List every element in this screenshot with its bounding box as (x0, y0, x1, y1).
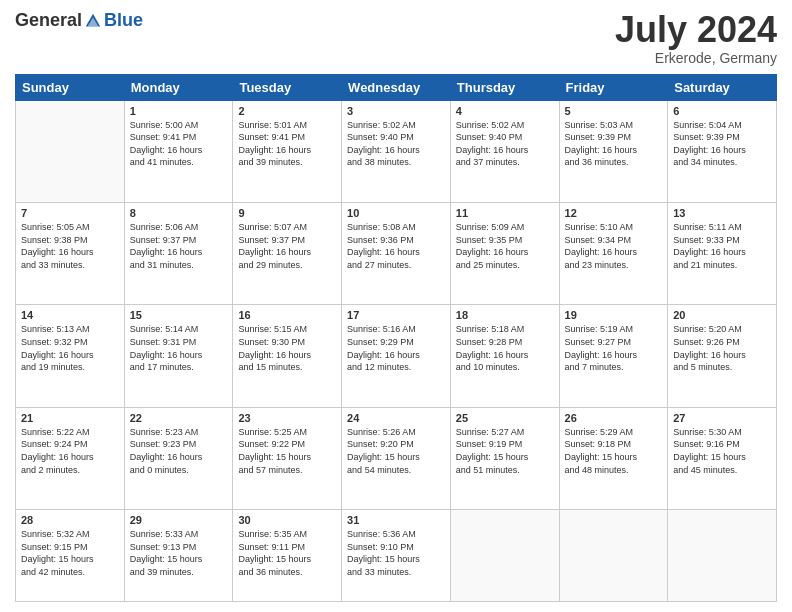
day-info: Sunrise: 5:29 AM Sunset: 9:18 PM Dayligh… (565, 426, 663, 476)
day-info: Sunrise: 5:18 AM Sunset: 9:28 PM Dayligh… (456, 323, 554, 373)
col-sunday: Sunday (16, 74, 125, 100)
day-cell: 12Sunrise: 5:10 AM Sunset: 9:34 PM Dayli… (559, 203, 668, 305)
day-cell: 20Sunrise: 5:20 AM Sunset: 9:26 PM Dayli… (668, 305, 777, 407)
day-number: 6 (673, 105, 771, 117)
day-info: Sunrise: 5:02 AM Sunset: 9:40 PM Dayligh… (456, 119, 554, 169)
day-info: Sunrise: 5:03 AM Sunset: 9:39 PM Dayligh… (565, 119, 663, 169)
day-cell: 2Sunrise: 5:01 AM Sunset: 9:41 PM Daylig… (233, 100, 342, 202)
day-number: 17 (347, 309, 445, 321)
day-cell: 11Sunrise: 5:09 AM Sunset: 9:35 PM Dayli… (450, 203, 559, 305)
day-number: 14 (21, 309, 119, 321)
day-cell: 24Sunrise: 5:26 AM Sunset: 9:20 PM Dayli… (342, 407, 451, 509)
logo: General Blue (15, 10, 143, 31)
day-info: Sunrise: 5:22 AM Sunset: 9:24 PM Dayligh… (21, 426, 119, 476)
day-number: 1 (130, 105, 228, 117)
day-info: Sunrise: 5:15 AM Sunset: 9:30 PM Dayligh… (238, 323, 336, 373)
logo-icon (84, 12, 102, 30)
day-info: Sunrise: 5:02 AM Sunset: 9:40 PM Dayligh… (347, 119, 445, 169)
page: General Blue July 2024 Erkerode, Germany… (0, 0, 792, 612)
day-cell: 23Sunrise: 5:25 AM Sunset: 9:22 PM Dayli… (233, 407, 342, 509)
day-number: 24 (347, 412, 445, 424)
col-monday: Monday (124, 74, 233, 100)
day-info: Sunrise: 5:07 AM Sunset: 9:37 PM Dayligh… (238, 221, 336, 271)
day-cell: 9Sunrise: 5:07 AM Sunset: 9:37 PM Daylig… (233, 203, 342, 305)
day-cell: 1Sunrise: 5:00 AM Sunset: 9:41 PM Daylig… (124, 100, 233, 202)
day-number: 21 (21, 412, 119, 424)
day-info: Sunrise: 5:30 AM Sunset: 9:16 PM Dayligh… (673, 426, 771, 476)
day-cell: 16Sunrise: 5:15 AM Sunset: 9:30 PM Dayli… (233, 305, 342, 407)
day-number: 20 (673, 309, 771, 321)
day-number: 19 (565, 309, 663, 321)
day-cell (450, 510, 559, 602)
day-cell: 28Sunrise: 5:32 AM Sunset: 9:15 PM Dayli… (16, 510, 125, 602)
day-info: Sunrise: 5:05 AM Sunset: 9:38 PM Dayligh… (21, 221, 119, 271)
day-cell: 6Sunrise: 5:04 AM Sunset: 9:39 PM Daylig… (668, 100, 777, 202)
day-number: 27 (673, 412, 771, 424)
day-info: Sunrise: 5:06 AM Sunset: 9:37 PM Dayligh… (130, 221, 228, 271)
day-info: Sunrise: 5:01 AM Sunset: 9:41 PM Dayligh… (238, 119, 336, 169)
col-saturday: Saturday (668, 74, 777, 100)
day-cell (16, 100, 125, 202)
day-cell: 19Sunrise: 5:19 AM Sunset: 9:27 PM Dayli… (559, 305, 668, 407)
day-info: Sunrise: 5:14 AM Sunset: 9:31 PM Dayligh… (130, 323, 228, 373)
subtitle: Erkerode, Germany (615, 50, 777, 66)
day-info: Sunrise: 5:13 AM Sunset: 9:32 PM Dayligh… (21, 323, 119, 373)
day-info: Sunrise: 5:20 AM Sunset: 9:26 PM Dayligh… (673, 323, 771, 373)
day-number: 8 (130, 207, 228, 219)
month-title: July 2024 (615, 10, 777, 50)
day-info: Sunrise: 5:08 AM Sunset: 9:36 PM Dayligh… (347, 221, 445, 271)
day-info: Sunrise: 5:32 AM Sunset: 9:15 PM Dayligh… (21, 528, 119, 578)
day-number: 28 (21, 514, 119, 526)
day-number: 9 (238, 207, 336, 219)
day-info: Sunrise: 5:23 AM Sunset: 9:23 PM Dayligh… (130, 426, 228, 476)
col-thursday: Thursday (450, 74, 559, 100)
day-info: Sunrise: 5:27 AM Sunset: 9:19 PM Dayligh… (456, 426, 554, 476)
day-number: 3 (347, 105, 445, 117)
day-cell: 18Sunrise: 5:18 AM Sunset: 9:28 PM Dayli… (450, 305, 559, 407)
day-cell: 3Sunrise: 5:02 AM Sunset: 9:40 PM Daylig… (342, 100, 451, 202)
logo-blue: Blue (104, 10, 143, 31)
day-cell: 25Sunrise: 5:27 AM Sunset: 9:19 PM Dayli… (450, 407, 559, 509)
week-row-0: 1Sunrise: 5:00 AM Sunset: 9:41 PM Daylig… (16, 100, 777, 202)
day-number: 18 (456, 309, 554, 321)
day-info: Sunrise: 5:00 AM Sunset: 9:41 PM Dayligh… (130, 119, 228, 169)
day-cell: 10Sunrise: 5:08 AM Sunset: 9:36 PM Dayli… (342, 203, 451, 305)
day-info: Sunrise: 5:09 AM Sunset: 9:35 PM Dayligh… (456, 221, 554, 271)
day-number: 31 (347, 514, 445, 526)
day-cell: 30Sunrise: 5:35 AM Sunset: 9:11 PM Dayli… (233, 510, 342, 602)
col-tuesday: Tuesday (233, 74, 342, 100)
title-area: July 2024 Erkerode, Germany (615, 10, 777, 66)
day-info: Sunrise: 5:04 AM Sunset: 9:39 PM Dayligh… (673, 119, 771, 169)
day-number: 12 (565, 207, 663, 219)
logo-general: General (15, 10, 82, 31)
day-info: Sunrise: 5:19 AM Sunset: 9:27 PM Dayligh… (565, 323, 663, 373)
day-number: 13 (673, 207, 771, 219)
day-cell: 13Sunrise: 5:11 AM Sunset: 9:33 PM Dayli… (668, 203, 777, 305)
day-info: Sunrise: 5:36 AM Sunset: 9:10 PM Dayligh… (347, 528, 445, 578)
day-number: 15 (130, 309, 228, 321)
day-number: 10 (347, 207, 445, 219)
day-info: Sunrise: 5:33 AM Sunset: 9:13 PM Dayligh… (130, 528, 228, 578)
day-number: 25 (456, 412, 554, 424)
day-cell: 14Sunrise: 5:13 AM Sunset: 9:32 PM Dayli… (16, 305, 125, 407)
week-row-3: 21Sunrise: 5:22 AM Sunset: 9:24 PM Dayli… (16, 407, 777, 509)
day-number: 30 (238, 514, 336, 526)
day-number: 26 (565, 412, 663, 424)
week-row-2: 14Sunrise: 5:13 AM Sunset: 9:32 PM Dayli… (16, 305, 777, 407)
header: General Blue July 2024 Erkerode, Germany (15, 10, 777, 66)
day-number: 4 (456, 105, 554, 117)
day-cell: 31Sunrise: 5:36 AM Sunset: 9:10 PM Dayli… (342, 510, 451, 602)
day-info: Sunrise: 5:25 AM Sunset: 9:22 PM Dayligh… (238, 426, 336, 476)
day-info: Sunrise: 5:10 AM Sunset: 9:34 PM Dayligh… (565, 221, 663, 271)
day-number: 16 (238, 309, 336, 321)
day-number: 23 (238, 412, 336, 424)
day-info: Sunrise: 5:35 AM Sunset: 9:11 PM Dayligh… (238, 528, 336, 578)
day-info: Sunrise: 5:11 AM Sunset: 9:33 PM Dayligh… (673, 221, 771, 271)
day-number: 5 (565, 105, 663, 117)
day-cell: 22Sunrise: 5:23 AM Sunset: 9:23 PM Dayli… (124, 407, 233, 509)
day-cell: 15Sunrise: 5:14 AM Sunset: 9:31 PM Dayli… (124, 305, 233, 407)
day-cell: 17Sunrise: 5:16 AM Sunset: 9:29 PM Dayli… (342, 305, 451, 407)
day-cell (668, 510, 777, 602)
week-row-1: 7Sunrise: 5:05 AM Sunset: 9:38 PM Daylig… (16, 203, 777, 305)
day-cell: 7Sunrise: 5:05 AM Sunset: 9:38 PM Daylig… (16, 203, 125, 305)
